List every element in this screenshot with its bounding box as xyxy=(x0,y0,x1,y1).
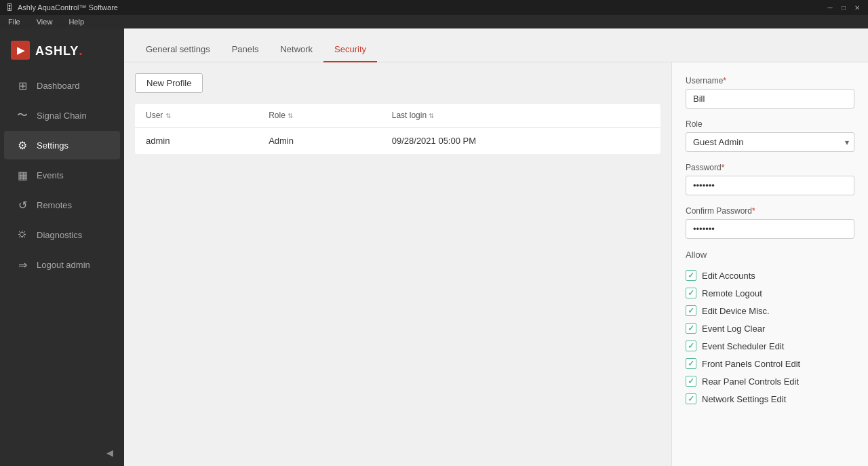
user-sort-icon[interactable]: ⇅ xyxy=(165,112,171,119)
sidebar-item-dashboard[interactable]: ⊞ Dashboard xyxy=(4,71,120,100)
password-group: Password* xyxy=(686,163,854,195)
role-select[interactable]: Guest Admin Admin Operator Guest xyxy=(686,132,854,152)
checkbox-event-scheduler-edit[interactable] xyxy=(686,341,696,351)
profile-panel: Username* Role Guest Admin Admin Operato… xyxy=(671,62,868,466)
allow-section: Allow Edit Accounts Remote Logout Edit D… xyxy=(686,250,854,408)
logo-text: ASHLY. xyxy=(35,43,83,58)
username-field[interactable] xyxy=(686,89,854,109)
maximize-button[interactable]: □ xyxy=(838,2,849,13)
permission-event-log-clear-label: Event Log Clear xyxy=(702,324,765,334)
permission-front-panels-control-edit-label: Front Panels Control Edit xyxy=(702,359,800,369)
app-title: Ashly AquaControl™ Software xyxy=(18,3,118,12)
logout-icon: ⇒ xyxy=(15,257,30,272)
sidebar-label-signal-chain: Signal Chain xyxy=(37,111,87,121)
col-last-login-label: Last login xyxy=(392,111,427,120)
checkbox-network-settings-edit[interactable] xyxy=(686,393,696,404)
permission-event-scheduler-edit-label: Event Scheduler Edit xyxy=(702,341,784,351)
titlebar: 🎛 Ashly AquaControl™ Software ─ □ ✕ xyxy=(0,0,868,15)
titlebar-controls: ─ □ ✕ xyxy=(825,2,863,13)
sidebar-label-dashboard: Dashboard xyxy=(37,81,80,91)
dashboard-icon: ⊞ xyxy=(15,78,30,93)
sidebar-label-settings: Settings xyxy=(37,140,68,151)
checkbox-event-log-clear[interactable] xyxy=(686,323,696,334)
menubar: File View Help xyxy=(0,15,868,28)
role-cell: Admin xyxy=(258,128,381,155)
confirm-password-label: Confirm Password* xyxy=(686,206,854,216)
titlebar-left: 🎛 Ashly AquaControl™ Software xyxy=(5,3,118,12)
sidebar-item-signal-chain[interactable]: 〜 Signal Chain xyxy=(4,101,120,130)
collapse-icon: ◀ xyxy=(106,448,113,458)
permission-rear-panel-controls-edit: Rear Panel Controls Edit xyxy=(686,372,854,390)
checkbox-edit-accounts[interactable] xyxy=(686,270,696,281)
permission-edit-accounts: Edit Accounts xyxy=(686,267,854,284)
col-last-login: Last login ⇅ xyxy=(381,104,660,128)
checkbox-edit-device-misc[interactable] xyxy=(686,305,696,316)
role-group: Role Guest Admin Admin Operator Guest ▾ xyxy=(686,119,854,152)
sidebar-item-settings[interactable]: ⚙ Settings xyxy=(4,131,120,159)
diagnostics-icon: ⛭ xyxy=(15,227,30,242)
username-label: Username* xyxy=(686,76,854,85)
permission-rear-panel-controls-edit-label: Rear Panel Controls Edit xyxy=(702,376,799,387)
col-role: Role ⇅ xyxy=(258,104,381,128)
permission-remote-logout-label: Remote Logout xyxy=(702,288,762,298)
permission-event-log-clear: Event Log Clear xyxy=(686,319,854,337)
sidebar: ▶ ASHLY. ⊞ Dashboard 〜 Signal Chain ⚙ Se… xyxy=(0,28,124,466)
menu-file[interactable]: File xyxy=(5,16,23,27)
sidebar-label-remotes: Remotes xyxy=(37,200,72,210)
col-user: User ⇅ xyxy=(135,104,258,128)
users-table: User ⇅ Role ⇅ Last login ⇅ xyxy=(135,104,660,154)
minimize-button[interactable]: ─ xyxy=(825,2,835,13)
checkbox-remote-logout[interactable] xyxy=(686,288,696,298)
signal-chain-icon: 〜 xyxy=(15,108,30,123)
password-field[interactable] xyxy=(686,176,854,195)
close-button[interactable]: ✕ xyxy=(852,2,863,13)
table-row[interactable]: admin Admin 09/28/2021 05:00 PM xyxy=(135,128,660,155)
role-select-wrapper: Guest Admin Admin Operator Guest ▾ xyxy=(686,132,854,152)
password-label: Password* xyxy=(686,163,854,172)
users-panel: New Profile User ⇅ Role ⇅ xyxy=(124,62,671,466)
page-content: New Profile User ⇅ Role ⇅ xyxy=(124,62,868,466)
sidebar-item-events[interactable]: ▦ Events xyxy=(4,161,120,189)
tabs-bar: General settings Panels Network Security xyxy=(124,28,868,62)
sidebar-label-events: Events xyxy=(37,170,64,180)
app-icon: 🎛 xyxy=(5,3,14,12)
tab-security[interactable]: Security xyxy=(323,37,377,62)
content-area: General settings Panels Network Security… xyxy=(124,28,868,466)
permission-network-settings-edit: Network Settings Edit xyxy=(686,390,854,408)
confirm-password-group: Confirm Password* xyxy=(686,206,854,239)
sidebar-label-diagnostics: Diagnostics xyxy=(37,230,82,240)
col-role-label: Role xyxy=(269,111,285,120)
menu-help[interactable]: Help xyxy=(66,16,87,27)
allow-label: Allow xyxy=(686,250,854,260)
app-container: ▶ ASHLY. ⊞ Dashboard 〜 Signal Chain ⚙ Se… xyxy=(0,28,868,466)
permission-network-settings-edit-label: Network Settings Edit xyxy=(702,394,786,404)
sidebar-item-logout[interactable]: ⇒ Logout admin xyxy=(4,250,120,279)
sidebar-collapse-button[interactable]: ◀ xyxy=(0,440,124,466)
permission-edit-device-misc-label: Edit Device Misc. xyxy=(702,306,770,316)
role-sort-icon[interactable]: ⇅ xyxy=(288,112,293,119)
tab-general-settings[interactable]: General settings xyxy=(135,37,221,62)
user-cell: admin xyxy=(135,128,258,155)
tab-network[interactable]: Network xyxy=(269,37,323,62)
logo-area: ▶ ASHLY. xyxy=(0,34,124,71)
col-user-label: User xyxy=(146,111,163,120)
logo-icon: ▶ xyxy=(11,41,30,60)
last-login-sort-icon[interactable]: ⇅ xyxy=(429,112,434,119)
permission-edit-accounts-label: Edit Accounts xyxy=(702,271,755,281)
sidebar-item-diagnostics[interactable]: ⛭ Diagnostics xyxy=(4,220,120,249)
permission-front-panels-control-edit: Front Panels Control Edit xyxy=(686,355,854,372)
checkbox-front-panels-control-edit[interactable] xyxy=(686,358,696,369)
confirm-password-field[interactable] xyxy=(686,219,854,239)
sidebar-item-remotes[interactable]: ↺ Remotes xyxy=(4,191,120,219)
menu-view[interactable]: View xyxy=(34,16,56,27)
last-login-cell: 09/28/2021 05:00 PM xyxy=(381,128,660,155)
events-icon: ▦ xyxy=(15,168,30,182)
permission-remote-logout: Remote Logout xyxy=(686,284,854,302)
remotes-icon: ↺ xyxy=(15,197,30,212)
sidebar-label-logout: Logout admin xyxy=(37,260,90,270)
username-group: Username* xyxy=(686,76,854,109)
tab-panels[interactable]: Panels xyxy=(221,37,270,62)
new-profile-button[interactable]: New Profile xyxy=(135,73,203,93)
checkbox-rear-panel-controls-edit[interactable] xyxy=(686,376,696,387)
permission-event-scheduler-edit: Event Scheduler Edit xyxy=(686,337,854,355)
